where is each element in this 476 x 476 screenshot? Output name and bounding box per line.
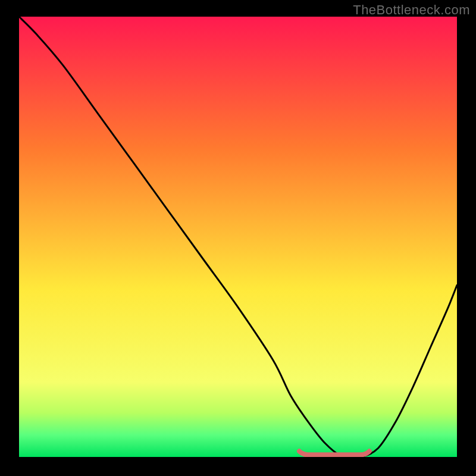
chart-frame: TheBottleneck.com	[0, 0, 476, 476]
plot-area	[19, 17, 457, 457]
chart-svg	[19, 17, 457, 457]
gradient-background	[19, 17, 457, 457]
watermark-text: TheBottleneck.com	[353, 2, 470, 18]
